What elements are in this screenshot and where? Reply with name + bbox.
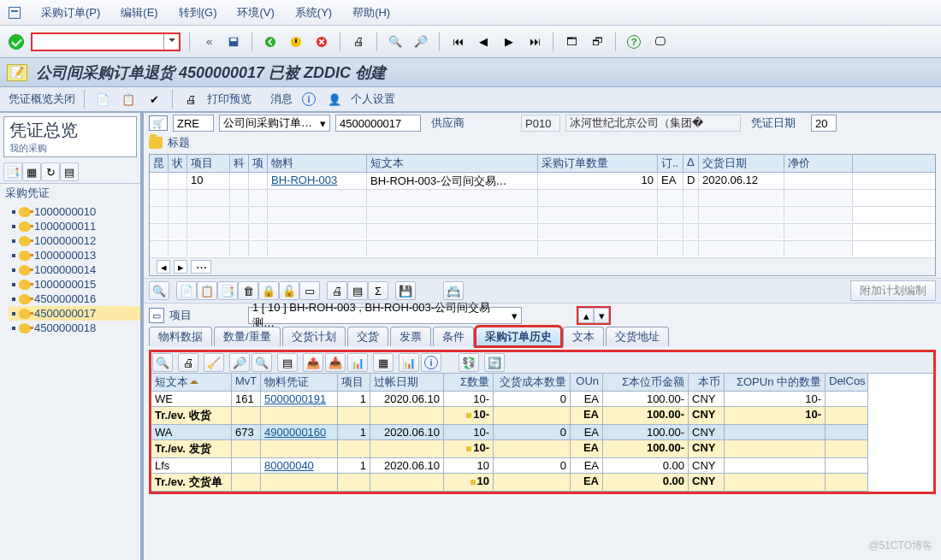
last-icon[interactable]: ⏭: [525, 32, 544, 51]
hist-print-icon[interactable]: 🖨: [178, 353, 198, 372]
col-header[interactable]: Δ: [684, 155, 699, 172]
hist-row[interactable]: Tr./ev. 收货10-EA100.00-CNY10-: [151, 407, 933, 425]
tab[interactable]: 交货地址: [606, 327, 669, 346]
hold-icon[interactable]: 📋: [119, 90, 138, 109]
hist-excel-icon[interactable]: 📊: [347, 353, 368, 372]
hist-curr-icon[interactable]: 💱: [459, 353, 479, 372]
tab[interactable]: 发票: [390, 327, 431, 346]
tab[interactable]: 交货计划: [282, 327, 346, 346]
hist-col-header[interactable]: 项目: [338, 374, 370, 392]
hist-refresh-icon[interactable]: 🔄: [484, 353, 505, 372]
sidebar-refresh-icon[interactable]: ↻: [41, 162, 60, 181]
item-selector[interactable]: 1 [ 10 ] BH-ROH-003 , BH-ROH-003-公司间交易测……: [248, 307, 522, 324]
tab[interactable]: 物料数据: [149, 327, 212, 346]
attach-plan-button[interactable]: 附加计划编制: [850, 280, 936, 301]
filter-icon[interactable]: ▤: [347, 281, 368, 300]
col-header[interactable]: 采购订单数量: [538, 155, 658, 172]
sidebar-select-icon[interactable]: 📑: [3, 162, 22, 181]
col-header[interactable]: 项目: [187, 155, 230, 172]
doc-overview-close[interactable]: 凭证概览关闭: [9, 91, 75, 107]
help-icon[interactable]: ?: [624, 32, 643, 51]
delete-icon[interactable]: 🗑: [238, 281, 258, 300]
col-header[interactable]: 状: [169, 155, 187, 172]
hist-col-header[interactable]: 短文本: [151, 374, 232, 392]
unlock-icon[interactable]: 🔓: [279, 281, 299, 300]
collapse-icon[interactable]: ▭: [149, 308, 164, 323]
sidebar-item[interactable]: 1000000014: [9, 262, 140, 277]
sum-icon[interactable]: Σ: [368, 281, 388, 300]
hist-export2-icon[interactable]: 📥: [325, 353, 346, 372]
hist-col-header[interactable]: 交货成本数量: [494, 374, 571, 392]
hist-col-header[interactable]: 物料凭证: [261, 374, 338, 392]
new-session-icon[interactable]: 🗔: [562, 32, 581, 51]
hist-row[interactable]: WA673490000016012020.06.1010-0EA100.00-C…: [151, 425, 933, 440]
menu-item[interactable]: 帮助(H): [352, 5, 390, 21]
tab[interactable]: 条件: [433, 327, 474, 346]
col-header[interactable]: 项: [249, 155, 268, 172]
menu-item[interactable]: 环境(V): [237, 5, 274, 21]
po-type-text[interactable]: 公司间采购订单…▾: [219, 115, 330, 132]
dropdown-icon[interactable]: [163, 34, 179, 50]
hist-row[interactable]: Lfs8000004012020.06.10100EA0.00CNY: [151, 458, 933, 474]
hist-col-header[interactable]: ΣOPUn 中的数量: [725, 374, 826, 392]
item-row[interactable]: 10BH-ROH-003BH-ROH-003-公司间交易…10EAD2020.0…: [150, 173, 935, 190]
sidebar-item[interactable]: 1000000015: [9, 277, 140, 292]
cancel-icon[interactable]: [312, 32, 331, 51]
menu-item[interactable]: 系统(Y): [295, 5, 332, 21]
tab[interactable]: 文本: [563, 327, 604, 346]
print-preview-label[interactable]: 打印预览: [207, 91, 252, 107]
sidebar-item[interactable]: 4500000018: [9, 321, 140, 335]
sidebar-filter-icon[interactable]: ▤: [60, 162, 79, 181]
hist-filter-icon[interactable]: 🧹: [204, 353, 224, 372]
col-header[interactable]: 科: [230, 155, 249, 172]
insert-icon[interactable]: 📄: [176, 281, 197, 300]
sidebar-item[interactable]: 1000000013: [9, 248, 140, 262]
find-icon[interactable]: 🔍: [386, 32, 405, 51]
next-icon[interactable]: ▶: [500, 32, 518, 51]
shortcut-icon[interactable]: 🗗: [588, 32, 607, 51]
layout-icon[interactable]: 🖵: [650, 32, 669, 51]
title-icon[interactable]: 📝: [7, 64, 27, 81]
hist-row[interactable]: Tr./ev. 发货10-EA100.00-CNY: [151, 440, 933, 458]
menu-file-icon[interactable]: [9, 7, 21, 19]
hist-col-header[interactable]: Σ本位币金额: [603, 374, 689, 392]
hist-sort-icon[interactable]: ▤: [277, 353, 298, 372]
lock-icon[interactable]: 🔒: [258, 281, 279, 300]
menu-item[interactable]: 转到(G): [179, 5, 217, 21]
sidebar-sub[interactable]: 我的采购: [9, 142, 131, 155]
message-label[interactable]: 消息: [270, 91, 293, 107]
item-up-icon[interactable]: ▴: [578, 308, 594, 323]
find-next-icon[interactable]: 🔎: [411, 32, 430, 51]
copy-icon[interactable]: 📋: [197, 281, 217, 300]
hist-row[interactable]: WE161500000019112020.06.1010-0EA100.00-C…: [151, 392, 933, 407]
sidebar-item[interactable]: 4500000017: [9, 306, 140, 321]
po-number[interactable]: 4500000017: [335, 115, 421, 132]
create-icon[interactable]: 📄: [93, 90, 112, 109]
hist-col-header[interactable]: MvT: [232, 374, 261, 392]
sidebar-item[interactable]: 4500000016: [9, 292, 140, 306]
print-preview-icon[interactable]: 🖨: [181, 90, 200, 109]
save-icon[interactable]: [224, 32, 243, 51]
tab[interactable]: 数量/重量: [214, 327, 281, 346]
menu-item[interactable]: 编辑(E): [121, 5, 157, 21]
hist-col-header[interactable]: DelCos: [826, 374, 868, 392]
hist-col-header[interactable]: Σ数量: [444, 374, 494, 392]
col-header[interactable]: 物料: [268, 155, 367, 172]
hist-find2-icon[interactable]: 🔍: [252, 353, 272, 372]
scroll-config-icon[interactable]: ⋯: [191, 260, 211, 274]
folder-icon[interactable]: [149, 137, 163, 149]
hist-col-header[interactable]: OUn: [571, 374, 603, 392]
hist-find-icon[interactable]: 🔎: [229, 353, 250, 372]
sidebar-item[interactable]: 1000000011: [9, 219, 140, 233]
scroll-left-icon[interactable]: ◂: [157, 260, 170, 274]
tab[interactable]: 采购订单历史: [476, 327, 561, 346]
sidebar-item[interactable]: 1000000010: [9, 204, 140, 219]
info-icon[interactable]: i: [299, 90, 318, 109]
back-icon[interactable]: [261, 32, 280, 51]
first-page-icon[interactable]: «: [198, 32, 217, 51]
sidebar-root[interactable]: 采购凭证: [0, 184, 140, 203]
print-icon[interactable]: 🖨: [349, 32, 368, 51]
hist-graph-icon[interactable]: 📊: [399, 353, 419, 372]
sort-icon[interactable]: 🖨: [327, 281, 347, 300]
col-header[interactable]: 交货日期: [699, 155, 784, 172]
